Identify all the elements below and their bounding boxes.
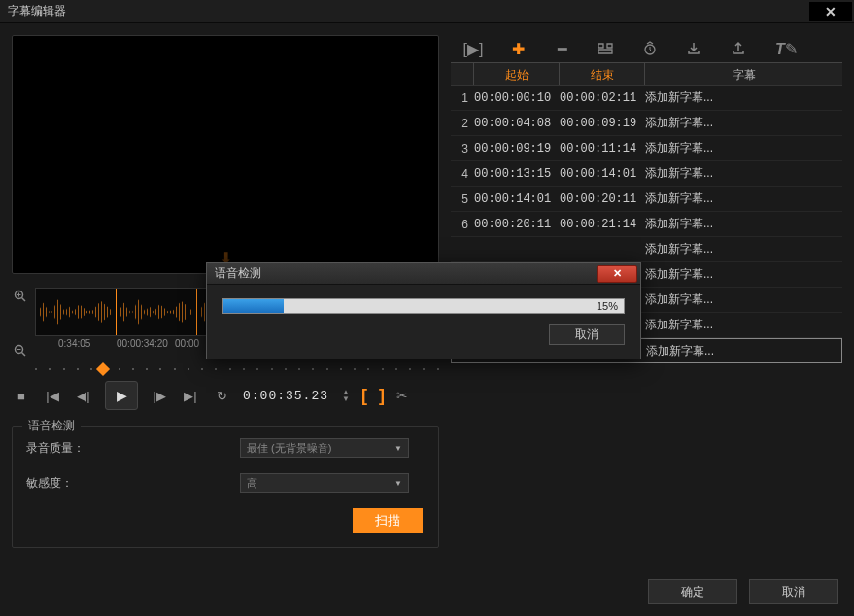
grid-header: 起始 结束 字幕 — [451, 62, 842, 86]
row-text: 添加新字幕... — [645, 165, 842, 182]
play-button[interactable]: ▶ — [105, 381, 138, 410]
remove-subtitle-button[interactable]: ━ — [552, 40, 573, 58]
titlebar: 字幕编辑器 ✕ — [0, 0, 854, 23]
timeline-slider[interactable] — [35, 365, 439, 373]
slider-thumb[interactable] — [96, 362, 110, 376]
row-start: 00:00:14:01 — [474, 192, 560, 206]
table-row[interactable]: 100:00:00:1000:00:02:11添加新字幕... — [451, 86, 842, 111]
prev-button[interactable]: |◀ — [43, 386, 62, 405]
voice-detect-legend: 语音检测 — [22, 418, 81, 434]
scan-button[interactable]: 扫描 — [353, 508, 423, 533]
zoom-in-button[interactable] — [12, 288, 29, 305]
row-end: 00:00:11:14 — [560, 142, 645, 155]
mark-in-button[interactable]: [ — [361, 386, 367, 406]
quality-select[interactable]: 最佳 (无背景噪音)▼ — [240, 438, 409, 458]
row-num: 1 — [455, 91, 474, 105]
window-close-button[interactable]: ✕ — [809, 2, 852, 21]
row-start: 00:00:00:10 — [474, 91, 560, 105]
play-bracket-icon[interactable]: [▶] — [462, 40, 484, 58]
cut-button[interactable]: ✂ — [396, 388, 408, 403]
row-text: 添加新字幕... — [645, 140, 842, 156]
stop-button[interactable]: ■ — [12, 386, 31, 405]
svg-line-1 — [22, 298, 26, 302]
progress-dialog: 语音检测 ✕ 15% 取消 — [206, 262, 641, 359]
progress-text: 15% — [597, 300, 618, 312]
cancel-button[interactable]: 取消 — [749, 579, 838, 604]
row-start: 00:00:20:11 — [474, 218, 560, 231]
svg-line-5 — [22, 353, 26, 357]
voice-detect-panel: 语音检测 录音质量： 最佳 (无背景噪音)▼ 敏感度： 高▼ 扫描 — [12, 426, 439, 548]
row-end: 00:00:14:01 — [560, 167, 645, 181]
table-row[interactable]: 500:00:14:0100:00:20:11添加新字幕... — [451, 187, 842, 212]
table-row[interactable]: 400:00:13:1500:00:14:01添加新字幕... — [451, 161, 842, 187]
row-text: 添加新字幕... — [645, 216, 842, 232]
sensitivity-select[interactable]: 高▼ — [240, 473, 409, 493]
row-num: 3 — [455, 142, 474, 155]
dialog-title: 语音检测 — [215, 265, 261, 282]
row-text: 添加新字幕... — [645, 89, 842, 106]
step-back-button[interactable]: ◀| — [74, 386, 93, 405]
row-start: 00:00:04:08 — [474, 117, 560, 130]
quality-label: 录音质量： — [26, 440, 114, 457]
dialog-close-button[interactable]: ✕ — [597, 265, 637, 283]
row-end: 00:00:20:11 — [560, 192, 645, 206]
svg-line-9 — [650, 50, 652, 51]
row-text: 添加新字幕... — [645, 241, 842, 257]
merge-button[interactable] — [597, 41, 618, 56]
table-row[interactable]: 600:00:20:1100:00:21:14添加新字幕... — [451, 212, 842, 237]
table-row[interactable]: 添加新字幕... — [451, 237, 842, 262]
footer: 确定 取消 — [648, 579, 838, 604]
sensitivity-label: 敏感度： — [26, 475, 114, 492]
row-end: 00:00:09:19 — [560, 117, 645, 130]
window-title: 字幕编辑器 — [8, 3, 66, 19]
transport-bar: ■ |◀ ◀| ▶ |▶ ▶| ↻ 0:00:35.23 ▲▼ [ ] ✂ — [12, 381, 439, 410]
row-num: 5 — [455, 192, 474, 206]
row-end: 00:00:02:11 — [560, 91, 645, 105]
next-button[interactable]: ▶| — [181, 386, 200, 405]
table-row[interactable]: 300:00:09:1900:00:11:14添加新字幕... — [451, 136, 842, 161]
col-start[interactable]: 起始 — [474, 63, 560, 85]
row-text: 添加新字幕... — [645, 190, 842, 207]
text-style-button[interactable]: T✎ — [775, 40, 797, 58]
table-row[interactable]: 200:00:04:0800:00:09:19添加新字幕... — [451, 111, 842, 136]
mark-out-button[interactable]: ] — [379, 386, 385, 406]
zoom-out-button[interactable] — [12, 342, 29, 359]
export-button[interactable] — [731, 41, 752, 56]
row-text: 添加新字幕... — [645, 291, 842, 308]
row-start: 00:00:09:19 — [474, 142, 560, 155]
col-subtitle[interactable]: 字幕 — [645, 63, 842, 85]
auto-time-button[interactable] — [641, 41, 663, 56]
row-text: 添加新字幕... — [645, 115, 842, 131]
import-button[interactable] — [686, 41, 707, 56]
timecode-display[interactable]: 0:00:35.23 — [243, 389, 328, 403]
row-num: 2 — [455, 117, 474, 130]
row-num: 6 — [455, 218, 474, 231]
row-text: 添加新字幕... — [646, 343, 841, 359]
col-end[interactable]: 结束 — [560, 63, 645, 85]
row-start: 00:00:13:15 — [474, 167, 560, 181]
timecode-spinner[interactable]: ▲▼ — [342, 389, 350, 402]
row-num: 4 — [455, 167, 474, 181]
progress-bar: 15% — [222, 298, 625, 314]
dialog-cancel-button[interactable]: 取消 — [549, 324, 625, 345]
loop-button[interactable]: ↻ — [212, 386, 231, 405]
row-end: 00:00:21:14 — [560, 218, 645, 231]
video-preview[interactable]: ⬇ — [12, 35, 439, 274]
add-subtitle-button[interactable]: ✚ — [507, 40, 529, 58]
row-text: 添加新字幕... — [645, 266, 842, 283]
ok-button[interactable]: 确定 — [648, 579, 737, 604]
row-text: 添加新字幕... — [645, 317, 842, 333]
step-fwd-button[interactable]: |▶ — [150, 386, 169, 405]
subtitle-toolbar: [▶] ✚ ━ T✎ — [451, 35, 842, 62]
